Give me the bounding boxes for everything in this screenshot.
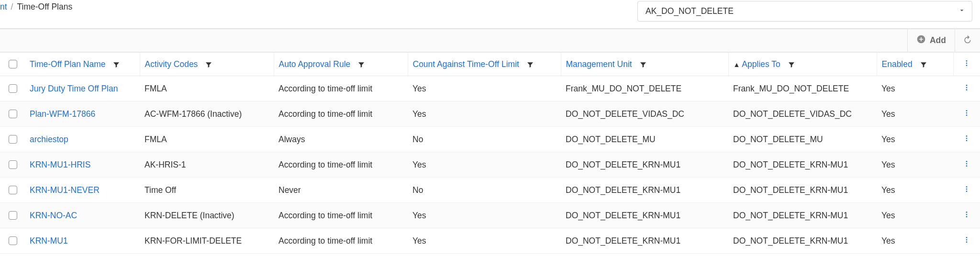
breadcrumb-separator: /: [11, 2, 13, 12]
col-header-enabled[interactable]: Enabled: [877, 53, 953, 76]
col-header-count[interactable]: Count Against Time-Off Limit: [408, 53, 561, 76]
plan-name-link[interactable]: KRN-MU1-NEVER: [30, 185, 100, 195]
table-row: KRN-NO-ACKRN-DELETE (Inactive)According …: [0, 203, 980, 228]
table-row: KRN-MU1-HRISAK-HRIS-1According to time-o…: [0, 152, 980, 178]
row-menu-button[interactable]: [963, 236, 970, 246]
filter-icon[interactable]: [112, 61, 120, 68]
row-checkbox[interactable]: [9, 135, 17, 144]
filter-icon[interactable]: [526, 61, 534, 68]
cell-count: No: [408, 127, 561, 152]
cell-mgmt: Frank_MU_DO_NOT_DELETE: [561, 76, 728, 101]
col-header-activity-label: Activity Codes: [145, 59, 198, 69]
cell-enabled: Yes: [877, 228, 953, 254]
breadcrumb-current: Time-Off Plans: [17, 2, 72, 12]
cell-activity: FMLA: [140, 127, 274, 152]
cell-mgmt: DO_NOT_DELETE_VIDAS_DC: [561, 101, 728, 127]
cell-auto: According to time-off limit: [274, 203, 408, 228]
table-row: archiestopFMLAAlwaysNoDO_NOT_DELETE_MUDO…: [0, 127, 980, 152]
plan-name-link[interactable]: KRN-NO-AC: [30, 211, 77, 220]
cell-count: Yes: [408, 152, 561, 178]
row-menu-button[interactable]: [963, 185, 970, 195]
cell-applies: DO_NOT_DELETE_KRN-MU1: [728, 228, 877, 254]
cell-enabled: Yes: [877, 76, 953, 101]
plan-name-link[interactable]: Jury Duty Time Off Plan: [30, 84, 118, 93]
col-header-name[interactable]: Time-Off Plan Name: [25, 53, 140, 76]
table-row: KRN-MU1-NEVERTime OffNeverNoDO_NOT_DELET…: [0, 178, 980, 203]
cell-applies: DO_NOT_DELETE_KRN-MU1: [728, 178, 877, 203]
toolbar: Add: [0, 29, 980, 52]
cell-auto: Never: [274, 178, 408, 203]
cell-auto: According to time-off limit: [274, 101, 408, 127]
row-checkbox[interactable]: [9, 110, 17, 118]
column-config-button[interactable]: [953, 53, 980, 76]
cell-auto: According to time-off limit: [274, 152, 408, 178]
filter-icon[interactable]: [788, 61, 795, 68]
plan-name-link[interactable]: Plan-WFM-17866: [30, 109, 95, 119]
cell-count: No: [408, 178, 561, 203]
breadcrumb-prev[interactable]: nt: [0, 2, 7, 12]
cell-mgmt: DO_NOT_DELETE_KRN-MU1: [561, 152, 728, 178]
add-button[interactable]: Add: [907, 29, 955, 52]
cell-count: Yes: [408, 101, 561, 127]
select-all-checkbox[interactable]: [9, 60, 17, 68]
table-row: Plan-WFM-17866AC-WFM-17866 (Inactive)Acc…: [0, 101, 980, 127]
refresh-button[interactable]: [955, 29, 980, 52]
refresh-icon: [963, 34, 972, 46]
cell-activity: AK-HRIS-1: [140, 152, 274, 178]
cell-applies: DO_NOT_DELETE_VIDAS_DC: [728, 101, 877, 127]
cell-applies: Frank_MU_DO_NOT_DELETE: [728, 76, 877, 101]
col-header-name-label: Time-Off Plan Name: [30, 59, 106, 69]
plus-circle-icon: [916, 34, 926, 46]
cell-count: Yes: [408, 76, 561, 101]
cell-activity: KRN-DELETE (Inactive): [140, 203, 274, 228]
row-checkbox[interactable]: [9, 211, 17, 220]
row-checkbox[interactable]: [9, 236, 17, 245]
filter-icon[interactable]: [639, 61, 647, 68]
cell-mgmt: DO_NOT_DELETE_KRN-MU1: [561, 203, 728, 228]
table-row: Jury Duty Time Off PlanFMLAAccording to …: [0, 76, 980, 101]
row-menu-button[interactable]: [963, 84, 970, 93]
add-button-label: Add: [930, 35, 946, 45]
col-header-auto-label: Auto Approval Rule: [279, 59, 351, 69]
cell-enabled: Yes: [877, 127, 953, 152]
context-dropdown-value: AK_DO_NOT_DELETE: [646, 6, 734, 16]
col-header-mgmt-label: Management Unit: [566, 59, 632, 69]
col-header-applies[interactable]: ▲Applies To: [728, 53, 877, 76]
filter-icon[interactable]: [357, 61, 365, 68]
col-header-activity[interactable]: Activity Codes: [140, 53, 274, 76]
plan-name-link[interactable]: KRN-MU1-HRIS: [30, 160, 90, 169]
caret-down-icon: [958, 6, 966, 16]
time-off-plans-table: Time-Off Plan Name Activity Codes Auto A…: [0, 52, 980, 254]
cell-enabled: Yes: [877, 178, 953, 203]
row-checkbox[interactable]: [9, 186, 17, 194]
row-checkbox[interactable]: [9, 84, 17, 93]
cell-enabled: Yes: [877, 203, 953, 228]
cell-auto: According to time-off limit: [274, 228, 408, 254]
cell-applies: DO_NOT_DELETE_KRN-MU1: [728, 203, 877, 228]
table-row: KRN-MU1KRN-FOR-LIMIT-DELETEAccording to …: [0, 228, 980, 254]
cell-activity: AC-WFM-17866 (Inactive): [140, 101, 274, 127]
filter-icon[interactable]: [920, 61, 927, 68]
row-menu-button[interactable]: [963, 160, 970, 169]
plan-name-link[interactable]: archiestop: [30, 135, 68, 144]
row-menu-button[interactable]: [963, 109, 970, 119]
col-header-enabled-label: Enabled: [882, 59, 913, 69]
cell-activity: Time Off: [140, 178, 274, 203]
row-menu-button[interactable]: [963, 135, 970, 144]
cell-count: Yes: [408, 228, 561, 254]
cell-count: Yes: [408, 203, 561, 228]
col-header-mgmt[interactable]: Management Unit: [561, 53, 728, 76]
sort-asc-indicator: ▲: [734, 61, 740, 68]
filter-icon[interactable]: [205, 61, 212, 68]
cell-auto: Always: [274, 127, 408, 152]
cell-enabled: Yes: [877, 152, 953, 178]
cell-activity: FMLA: [140, 76, 274, 101]
cell-applies: DO_NOT_DELETE_KRN-MU1: [728, 152, 877, 178]
plan-name-link[interactable]: KRN-MU1: [30, 236, 68, 246]
row-checkbox[interactable]: [9, 160, 17, 169]
context-dropdown[interactable]: AK_DO_NOT_DELETE: [637, 1, 972, 22]
col-header-auto[interactable]: Auto Approval Rule: [274, 53, 408, 76]
row-menu-button[interactable]: [963, 211, 970, 220]
cell-activity: KRN-FOR-LIMIT-DELETE: [140, 228, 274, 254]
cell-applies: DO_NOT_DELETE_MU: [728, 127, 877, 152]
